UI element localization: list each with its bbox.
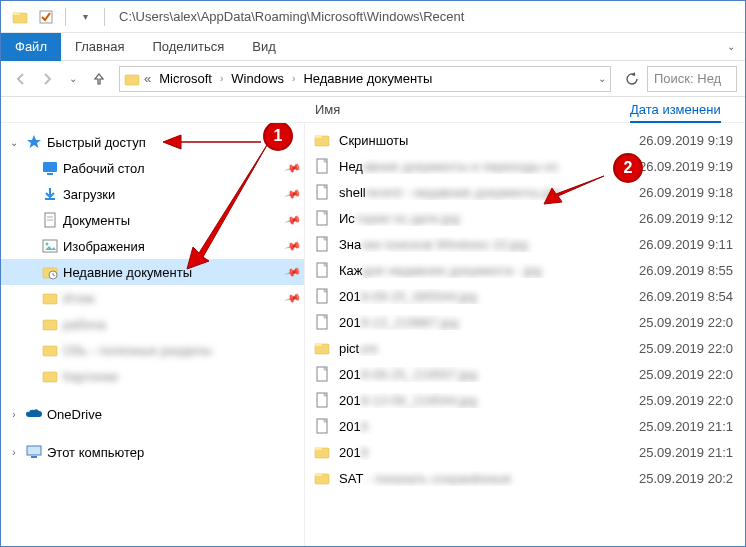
file-icon (313, 287, 331, 305)
expand-icon[interactable]: › (7, 447, 21, 458)
column-header-name[interactable]: Имя (305, 102, 630, 117)
recent-locations-dropdown[interactable]: ⌄ (61, 67, 85, 91)
file-name: Значки поисков Windows 10.jpg (339, 237, 631, 252)
document-icon (41, 211, 59, 229)
forward-button[interactable] (35, 67, 59, 91)
nav-bar: ⌄ « Microsoft › Windows › Недавние докум… (1, 61, 745, 97)
file-date: 25.09.2019 20:2 (639, 471, 733, 486)
download-icon (41, 185, 59, 203)
file-date: 26.09.2019 8:54 (639, 289, 733, 304)
file-row[interactable]: 2019-13-09_219544.jpg25.09.2019 22:0 (305, 387, 745, 413)
file-name: 2019-13_219667.jpg (339, 315, 631, 330)
tab-file[interactable]: Файл (1, 33, 61, 61)
svg-rect-18 (27, 446, 41, 455)
column-header-date[interactable]: Дата изменени (630, 102, 721, 123)
file-row[interactable]: shellrecent - недавние документы.jpg26.0… (305, 179, 745, 205)
collapse-icon[interactable]: ⌄ (7, 137, 21, 148)
svg-rect-30 (315, 343, 322, 346)
file-row[interactable]: Каждое недавнее документа - jpg26.09.201… (305, 257, 745, 283)
pin-icon: 📌 (286, 292, 304, 305)
ribbon-expand-icon[interactable]: ⌄ (727, 41, 735, 52)
tree-recent-folder[interactable]: рабоча (1, 311, 304, 337)
file-row[interactable]: 201925.09.2019 21:1 (305, 439, 745, 465)
file-date: 26.09.2019 9:11 (639, 237, 733, 252)
annotation-arrow (542, 172, 612, 208)
window-title-path: C:\Users\alex\AppData\Roaming\Microsoft\… (119, 9, 464, 24)
tab-share[interactable]: Поделиться (138, 33, 238, 61)
search-input[interactable]: Поиск: Нед (647, 66, 737, 92)
refresh-button[interactable] (619, 66, 645, 92)
file-row[interactable]: История по дате.jpg26.09.2019 9:12 (305, 205, 745, 231)
file-name: История по дате.jpg (339, 211, 631, 226)
svg-rect-4 (43, 162, 57, 172)
picture-icon (41, 237, 59, 255)
file-row[interactable]: Недавние документы и переходы из26.09.20… (305, 153, 745, 179)
separator (65, 8, 66, 26)
file-row[interactable]: SAT - показать сохранённые25.09.2019 20:… (305, 465, 745, 491)
file-row[interactable]: 2019-13_219667.jpg25.09.2019 22:0 (305, 309, 745, 335)
file-icon (313, 183, 331, 201)
properties-quick-icon[interactable] (35, 6, 57, 28)
qat-dropdown-icon[interactable]: ▾ (74, 6, 96, 28)
tree-label: Картинки (63, 369, 304, 384)
file-date: 26.09.2019 9:19 (639, 159, 733, 174)
tree-onedrive[interactable]: › OneDrive (1, 401, 304, 427)
svg-rect-14 (43, 294, 57, 304)
tab-view[interactable]: Вид (238, 33, 290, 61)
annotation-badge-2: 2 (613, 153, 643, 183)
file-row[interactable]: 2019-09-25_219557.jpg25.09.2019 22:0 (305, 361, 745, 387)
folder-icon (41, 367, 59, 385)
file-row[interactable]: 2019-09-25_085544.jpg26.09.2019 8:54 (305, 283, 745, 309)
folder-icon (313, 339, 331, 357)
separator (104, 8, 105, 26)
svg-rect-37 (315, 473, 322, 476)
file-icon (313, 235, 331, 253)
back-button[interactable] (9, 67, 33, 91)
pin-icon: 📌 (286, 266, 304, 279)
file-row[interactable]: 201925.09.2019 21:1 (305, 413, 745, 439)
onedrive-icon (25, 405, 43, 423)
file-row[interactable]: Значки поисков Windows 10.jpg26.09.2019 … (305, 231, 745, 257)
breadcrumb-overflow-icon[interactable]: « (144, 71, 151, 86)
tree-label: Обь - полезные разделы (63, 343, 304, 358)
file-name: 2019-09-25_219557.jpg (339, 367, 631, 382)
breadcrumb-root-icon (124, 71, 140, 87)
tree-recent-folder[interactable]: Картинки (1, 363, 304, 389)
file-icon (313, 391, 331, 409)
breadcrumb-microsoft[interactable]: Microsoft (155, 71, 216, 86)
tree-pinned-folder[interactable]: Итем 📌 (1, 285, 304, 311)
file-icon (313, 365, 331, 383)
file-name: picture (339, 341, 631, 356)
expand-icon[interactable]: › (7, 409, 21, 420)
file-icon (313, 313, 331, 331)
up-button[interactable] (87, 67, 111, 91)
tab-home[interactable]: Главная (61, 33, 138, 61)
folder-icon (41, 341, 59, 359)
nav-tree: ⌄ Быстрый доступ Рабочий стол 📌 Загрузки… (1, 123, 305, 546)
svg-rect-19 (31, 456, 37, 458)
tree-label: Итем (63, 291, 282, 306)
file-name: 2019 (339, 419, 631, 434)
tree-this-pc[interactable]: › Этот компьютер (1, 439, 304, 465)
chevron-right-icon[interactable]: › (292, 73, 295, 84)
svg-rect-17 (43, 372, 57, 382)
svg-rect-15 (43, 320, 57, 330)
recent-icon (41, 263, 59, 281)
file-list: 2 Скриншоты26.09.2019 9:19Недавние докум… (305, 123, 745, 546)
pc-icon (25, 443, 43, 461)
folder-icon (313, 443, 331, 461)
breadcrumb-dropdown-icon[interactable]: ⌄ (598, 73, 606, 84)
file-icon (313, 209, 331, 227)
svg-rect-16 (43, 346, 57, 356)
ribbon-tabs: Файл Главная Поделиться Вид ⌄ (1, 33, 745, 61)
breadcrumb-bar[interactable]: « Microsoft › Windows › Недавние докумен… (119, 66, 611, 92)
svg-rect-3 (125, 75, 139, 85)
breadcrumb-recent[interactable]: Недавние документы (299, 71, 436, 86)
tree-label: рабоча (63, 317, 304, 332)
file-row[interactable]: picture25.09.2019 22:0 (305, 335, 745, 361)
breadcrumb-windows[interactable]: Windows (227, 71, 288, 86)
chevron-right-icon[interactable]: › (220, 73, 223, 84)
tree-recent-folder[interactable]: Обь - полезные разделы (1, 337, 304, 363)
search-placeholder: Поиск: Нед (654, 71, 721, 86)
file-row[interactable]: Скриншоты26.09.2019 9:19 (305, 127, 745, 153)
